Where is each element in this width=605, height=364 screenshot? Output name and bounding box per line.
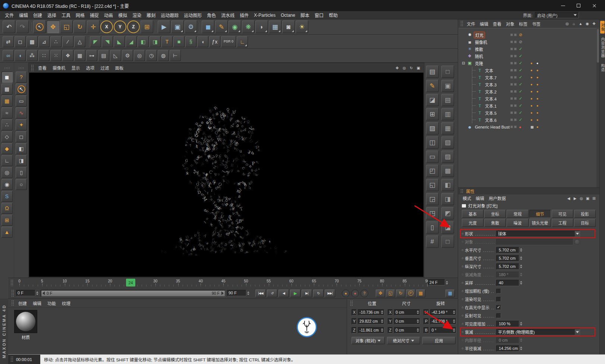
attribute-tab[interactable]: 常规 [507, 210, 528, 218]
soft-selection-button[interactable]: S [1, 191, 13, 202]
mesh-cube-button-2[interactable]: ◧ [16, 143, 27, 154]
tag-icon[interactable]: ● [530, 118, 532, 122]
render-view-button[interactable]: ▶ [158, 20, 170, 33]
lock-icon[interactable]: ▣ [584, 196, 591, 201]
attribute-tab[interactable]: 噪波 [507, 219, 528, 227]
object-name[interactable]: 推散 [474, 46, 484, 52]
tweak-mode-button[interactable]: ◉ [1, 179, 13, 190]
object-manager-menu-item[interactable]: 标签 [517, 21, 530, 27]
menu-item[interactable]: 网格 [73, 12, 87, 18]
visibility-toggles[interactable] [510, 62, 517, 64]
attribute-tab[interactable]: 坐标 [484, 210, 506, 218]
add-spline-button[interactable]: ✎ [215, 20, 228, 33]
add-primitive-button[interactable]: ◼ [202, 20, 214, 33]
menu-item[interactable]: 运动跟踪 [158, 12, 181, 18]
spinner[interactable] [519, 281, 523, 285]
hair-mode-button[interactable]: ≈ [1, 107, 13, 118]
object-name[interactable]: 文本 [484, 67, 494, 73]
timeline-range-slider[interactable]: 0 F 90 F [41, 290, 226, 297]
help-button[interactable]: ? [16, 72, 27, 83]
attribute-tab[interactable]: 投影 [574, 210, 596, 218]
attributes-menu-item[interactable]: 编辑 [473, 195, 486, 201]
array-icon-3[interactable]: ▤ [441, 94, 454, 106]
viewport-menu-item[interactable]: 过滤 [98, 65, 112, 71]
anim-track-dot[interactable] [460, 306, 465, 309]
object-row[interactable]: ✳ 推散 ✓ [458, 45, 596, 53]
position-field[interactable]: -10.736 cm [358, 309, 384, 316]
forward-icon[interactable]: ▶ [572, 196, 578, 201]
dock-tab[interactable]: 对象 [600, 21, 605, 34]
menu-item[interactable]: 运动图形 [181, 12, 204, 18]
rotate-tool[interactable]: ↻ [73, 20, 86, 33]
tag-icon[interactable]: ● [530, 76, 532, 79]
rotation-field[interactable]: 0 ° [430, 327, 456, 333]
size-field[interactable]: 0 cm [394, 327, 420, 333]
attribute-tab[interactable]: 基本 [462, 210, 483, 218]
object-row[interactable]: T 文本.7 ✓ ● ● [458, 74, 596, 81]
tag-icon[interactable]: ● [536, 97, 538, 101]
object-name[interactable]: 文本.2 [484, 89, 498, 95]
object-row[interactable]: ⊟ ▣ 克隆 ✓ ● ● [458, 60, 596, 67]
range-right-arrow[interactable] [221, 291, 224, 295]
link-picker-icon[interactable] [574, 239, 580, 245]
viewport-solo-button[interactable]: ◎ [1, 167, 13, 178]
coordinate-system-toggle[interactable]: ⊞ [141, 20, 153, 33]
material-thumbnail[interactable] [14, 310, 37, 333]
menu-item[interactable]: 流水线 [218, 12, 237, 18]
back-icon[interactable]: ◀ [565, 196, 572, 201]
spiral-tool-button[interactable]: ◎ [134, 50, 145, 61]
menu-item[interactable]: 选择 [45, 12, 59, 18]
position-field[interactable]: -11.861 cm [358, 327, 384, 333]
minimize-button[interactable] [555, 1, 571, 10]
state-icon[interactable]: ✓ [519, 103, 522, 108]
object-name[interactable]: 文本.3 [484, 82, 498, 88]
mesh-cube-button-1[interactable]: ◻ [16, 131, 27, 142]
goto-end-button[interactable]: ▶▶| [325, 289, 335, 297]
timeline-layout-button[interactable]: ▦ [445, 289, 455, 297]
object-row[interactable]: T 文本.1 ✓ ● ● [458, 102, 596, 109]
spinner[interactable] [519, 322, 523, 326]
visibility-toggles[interactable] [510, 34, 517, 36]
anim-track-dot[interactable] [460, 289, 465, 293]
spinner[interactable] [519, 265, 523, 268]
add-mograph-button[interactable]: ❋ [242, 20, 255, 33]
array-icon-4[interactable]: ▥ [441, 108, 454, 120]
visibility-toggles[interactable] [510, 126, 517, 128]
pan-icon[interactable]: ✥ [394, 65, 400, 71]
menu-item[interactable]: 编辑 [16, 12, 31, 18]
visibility-toggles[interactable] [510, 69, 517, 72]
anim-track-dot[interactable] [460, 281, 465, 285]
visibility-toggles[interactable] [510, 41, 517, 43]
menu-item[interactable]: 雕刻 [144, 12, 158, 18]
dotted-sphere-tool-button[interactable]: ◍ [158, 50, 169, 61]
object-row[interactable]: T 文本.6 ✓ ● ● [458, 116, 596, 123]
right-tool-13[interactable]: # [426, 235, 439, 248]
interface-dropdown[interactable]: 启动 (用户) [535, 12, 579, 18]
material-item[interactable]: 材质 [13, 310, 38, 340]
tag-icon[interactable]: ● [530, 97, 532, 101]
y-axis-lock[interactable]: Y [114, 20, 126, 33]
scale-tool[interactable]: ◱ [60, 20, 73, 33]
add-camera-button[interactable]: ◙ [282, 20, 295, 33]
tag-icon[interactable]: ● [530, 111, 532, 115]
viewport-canvas[interactable]: wqR0MJQVdRtJpGBIi804CcgjS3luUeGK3JRJQoOa… [29, 73, 423, 277]
right-tool-6[interactable]: ◫ [426, 136, 439, 149]
last-used-tool[interactable]: ✛ [87, 20, 100, 33]
viewport-menu-item[interactable]: 摄像机 [50, 65, 69, 71]
triangle-ruler-button[interactable]: ◺ [110, 50, 121, 61]
right-tool-5[interactable]: ▨ [426, 122, 439, 134]
property-number-field[interactable]: 5.702 cm [496, 247, 523, 253]
search-icon[interactable]: ◎ [564, 21, 570, 26]
range-end-field[interactable]: 90 F [227, 290, 250, 297]
array-icon-5[interactable]: ▦ [441, 122, 454, 134]
object-row[interactable]: ◙ 摄像机 ⊘ [458, 38, 596, 45]
visibility-toggles[interactable] [510, 111, 517, 114]
tag-icon[interactable]: ● [530, 69, 532, 72]
key-position-toggle[interactable]: ✥ [376, 289, 385, 297]
menu-item[interactable]: 模拟 [116, 12, 130, 18]
goto-start-button[interactable]: |◀◀ [255, 289, 266, 297]
play-reverse-button[interactable]: ↺ [267, 289, 277, 297]
autokey-button[interactable]: ● [351, 289, 359, 297]
array-icon-13[interactable]: □ [441, 235, 454, 248]
attributes-menu-item[interactable]: 用户数据 [486, 195, 508, 201]
